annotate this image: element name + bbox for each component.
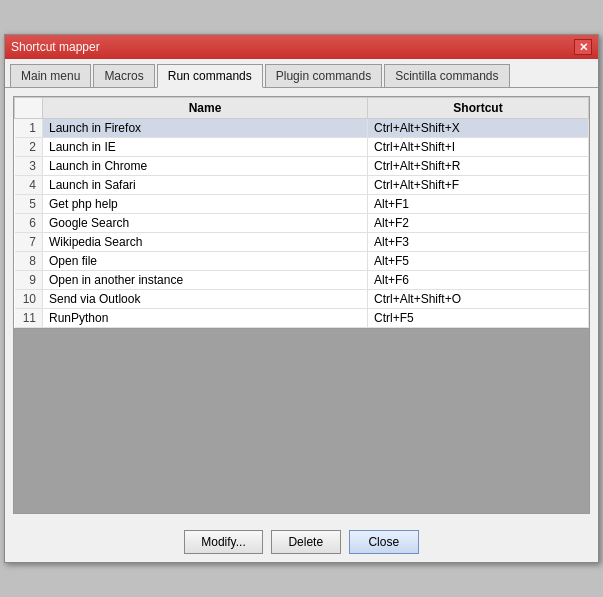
row-shortcut: Ctrl+Alt+Shift+F xyxy=(367,176,588,195)
title-bar: Shortcut mapper ✕ xyxy=(5,35,598,59)
window: Shortcut mapper ✕ Main menu Macros Run c… xyxy=(4,34,599,563)
tab-content: Name Shortcut 1 Launch in Firefox Ctrl+A… xyxy=(5,88,598,522)
row-name: Open file xyxy=(43,252,368,271)
row-name: Wikipedia Search xyxy=(43,233,368,252)
row-name: Google Search xyxy=(43,214,368,233)
col-header-shortcut: Shortcut xyxy=(367,98,588,119)
modify-button[interactable]: Modify... xyxy=(184,530,262,554)
shortcuts-table: Name Shortcut 1 Launch in Firefox Ctrl+A… xyxy=(14,97,589,328)
window-title: Shortcut mapper xyxy=(11,40,100,54)
row-num: 8 xyxy=(15,252,43,271)
table-row[interactable]: 6 Google Search Alt+F2 xyxy=(15,214,589,233)
col-header-name: Name xyxy=(43,98,368,119)
row-shortcut: Ctrl+Alt+Shift+X xyxy=(367,119,588,138)
row-num: 9 xyxy=(15,271,43,290)
row-num: 10 xyxy=(15,290,43,309)
table-row[interactable]: 5 Get php help Alt+F1 xyxy=(15,195,589,214)
table-row[interactable]: 9 Open in another instance Alt+F6 xyxy=(15,271,589,290)
row-name: Get php help xyxy=(43,195,368,214)
close-window-button[interactable]: ✕ xyxy=(574,39,592,55)
row-num: 1 xyxy=(15,119,43,138)
row-shortcut: Ctrl+Alt+Shift+O xyxy=(367,290,588,309)
row-shortcut: Ctrl+Alt+Shift+I xyxy=(367,138,588,157)
table-row[interactable]: 4 Launch in Safari Ctrl+Alt+Shift+F xyxy=(15,176,589,195)
row-name: Launch in Safari xyxy=(43,176,368,195)
row-name: Launch in Firefox xyxy=(43,119,368,138)
row-name: RunPython xyxy=(43,309,368,328)
row-num: 4 xyxy=(15,176,43,195)
table-row[interactable]: 1 Launch in Firefox Ctrl+Alt+Shift+X xyxy=(15,119,589,138)
button-bar: Modify... Delete Close xyxy=(5,522,598,562)
row-num: 6 xyxy=(15,214,43,233)
row-shortcut: Alt+F6 xyxy=(367,271,588,290)
close-button[interactable]: Close xyxy=(349,530,419,554)
row-name: Open in another instance xyxy=(43,271,368,290)
table-row[interactable]: 8 Open file Alt+F5 xyxy=(15,252,589,271)
row-num: 2 xyxy=(15,138,43,157)
table-row[interactable]: 7 Wikipedia Search Alt+F3 xyxy=(15,233,589,252)
row-name: Launch in Chrome xyxy=(43,157,368,176)
row-num: 11 xyxy=(15,309,43,328)
row-num: 3 xyxy=(15,157,43,176)
tab-run-commands[interactable]: Run commands xyxy=(157,64,263,88)
row-shortcut: Alt+F5 xyxy=(367,252,588,271)
col-header-num xyxy=(15,98,43,119)
row-num: 5 xyxy=(15,195,43,214)
shortcuts-table-container: Name Shortcut 1 Launch in Firefox Ctrl+A… xyxy=(13,96,590,329)
row-shortcut: Ctrl+F5 xyxy=(367,309,588,328)
row-name: Send via Outlook xyxy=(43,290,368,309)
row-shortcut: Ctrl+Alt+Shift+R xyxy=(367,157,588,176)
tab-plugin-commands[interactable]: Plugin commands xyxy=(265,64,382,87)
table-row[interactable]: 11 RunPython Ctrl+F5 xyxy=(15,309,589,328)
tab-main-menu[interactable]: Main menu xyxy=(10,64,91,87)
tab-bar: Main menu Macros Run commands Plugin com… xyxy=(5,59,598,88)
row-shortcut: Alt+F3 xyxy=(367,233,588,252)
tab-macros[interactable]: Macros xyxy=(93,64,154,87)
row-shortcut: Alt+F2 xyxy=(367,214,588,233)
row-name: Launch in IE xyxy=(43,138,368,157)
table-row[interactable]: 2 Launch in IE Ctrl+Alt+Shift+I xyxy=(15,138,589,157)
empty-area xyxy=(13,329,590,514)
table-row[interactable]: 10 Send via Outlook Ctrl+Alt+Shift+O xyxy=(15,290,589,309)
row-shortcut: Alt+F1 xyxy=(367,195,588,214)
tab-scintilla-commands[interactable]: Scintilla commands xyxy=(384,64,509,87)
delete-button[interactable]: Delete xyxy=(271,530,341,554)
row-num: 7 xyxy=(15,233,43,252)
table-row[interactable]: 3 Launch in Chrome Ctrl+Alt+Shift+R xyxy=(15,157,589,176)
